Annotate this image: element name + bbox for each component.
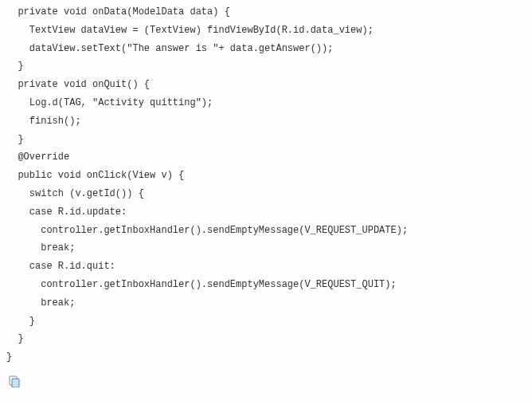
code-line: switch (v.getId()) {: [6, 185, 526, 203]
code-line: break;: [6, 294, 526, 313]
code-line: private void onQuit() {: [6, 76, 526, 94]
code-line: controller.getInboxHandler().sendEmptyMe…: [6, 276, 526, 294]
code-line: @Override: [6, 148, 526, 167]
code-line: dataView.setText("The answer is "+ data.…: [6, 40, 526, 58]
code-line: }: [6, 348, 526, 367]
code-line: controller.getInboxHandler().sendEmptyMe…: [6, 222, 526, 240]
code-line: }: [6, 330, 526, 348]
code-line: break;: [6, 239, 526, 258]
code-line: public void onClick(View v) {: [6, 167, 526, 185]
copy-icon[interactable]: [8, 375, 21, 387]
code-block: private void onData(ModelData data) { Te…: [6, 3, 526, 367]
code-line: case R.id.quit:: [6, 258, 526, 276]
code-line: }: [6, 131, 526, 149]
code-line: private void onData(ModelData data) {: [6, 3, 526, 22]
code-line: TextView dataView = (TextView) findViewB…: [6, 22, 526, 40]
svg-rect-1: [12, 379, 19, 387]
code-line: Log.d(TAG, "Activity quitting");: [6, 94, 526, 112]
code-line: case R.id.update:: [6, 203, 526, 222]
code-line: }: [6, 313, 526, 331]
code-line: }: [6, 57, 526, 76]
code-line: finish();: [6, 112, 526, 131]
